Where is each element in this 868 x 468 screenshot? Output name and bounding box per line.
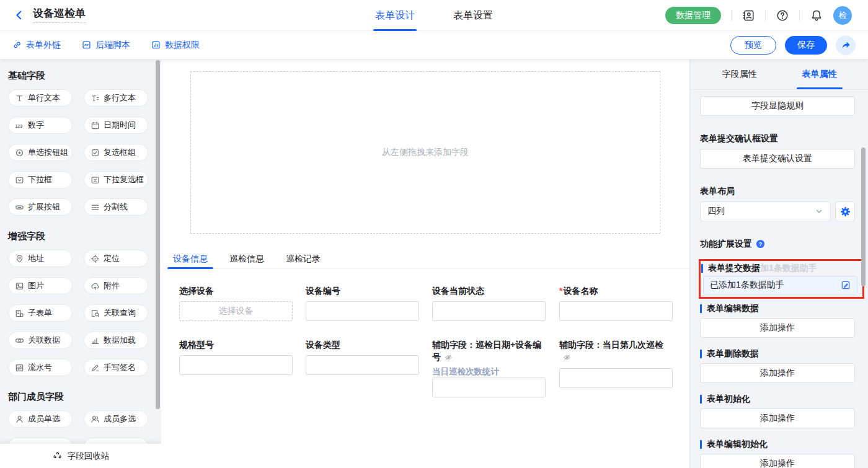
field-pill-signature[interactable]: 手写签名	[84, 359, 148, 376]
form-field-4[interactable]: 规格型号	[179, 338, 293, 375]
field-input[interactable]	[306, 355, 419, 375]
data-assistant-box[interactable]: 已添加1条数据助手	[703, 276, 857, 294]
field-pill-subform[interactable]: 子表单	[8, 304, 73, 322]
field-label: 选择设备	[179, 285, 293, 297]
toolbar-link-2[interactable]: 数据权限	[151, 40, 200, 51]
layout-gear-button[interactable]	[835, 201, 855, 221]
form-canvas: 从左侧拖拽来添加字段 设备信息巡检信息巡检记录 选择设备选择设备设备编号设备当前…	[161, 60, 690, 468]
field-pill-extend-button[interactable]: 扩展按钮	[8, 198, 73, 216]
add-action-button[interactable]: 添加操作	[700, 363, 855, 383]
form-field-0[interactable]: 选择设备选择设备	[179, 285, 293, 321]
contacts-icon[interactable]	[742, 9, 755, 22]
field-input[interactable]	[432, 377, 546, 397]
field-pill-linked-data[interactable]: 关联数据	[8, 332, 73, 349]
add-action-button[interactable]: 添加操作	[700, 318, 855, 338]
ghost-text: 加1条数据助手	[760, 263, 817, 274]
field-label: *设备名称	[559, 285, 673, 297]
chevron-down-icon	[815, 207, 823, 216]
bell-icon[interactable]	[810, 9, 823, 22]
submit-confirm-button[interactable]: 表单提交确认设置	[700, 149, 855, 169]
ext-section-label: 表单编辑初始化	[700, 438, 855, 451]
add-action-button[interactable]: 添加操作	[700, 454, 855, 468]
header-tab-form-design[interactable]: 表单设计	[375, 0, 415, 31]
form-field-3[interactable]: *设备名称	[559, 285, 673, 321]
recycle-bin-button[interactable]: 字段回收站	[0, 444, 161, 468]
field-input[interactable]: 选择设备	[179, 301, 293, 321]
form-field-5[interactable]: 设备类型	[306, 338, 419, 375]
field-pill-serial-number[interactable]: 流水号	[8, 359, 73, 376]
extension-settings-title: 功能扩展设置 ?	[700, 237, 855, 250]
field-pill-number[interactable]: 123数字	[8, 117, 73, 134]
submit-confirm-title: 表单提交确认框设置	[700, 132, 855, 144]
form-field-7[interactable]: 辅助字段：当日第几次巡检	[559, 338, 673, 388]
ext-section-1: 表单编辑数据添加操作	[700, 302, 855, 338]
layout-select[interactable]: 四列	[700, 201, 831, 221]
ext-section-2: 表单删除数据添加操作	[700, 348, 855, 383]
field-input[interactable]	[559, 368, 673, 388]
field-pill-label: 数字	[28, 120, 44, 131]
field-pill-data-load[interactable]: 数据加载	[84, 332, 148, 349]
panel-tabs: 字段属性表单属性	[691, 60, 868, 90]
sidebar-scrollbar[interactable]	[156, 60, 160, 409]
field-pill-select[interactable]: 下拉框	[8, 171, 73, 188]
field-pill-label: 地址	[28, 253, 44, 264]
help-icon[interactable]	[776, 9, 789, 22]
save-button[interactable]: 保存	[785, 36, 827, 55]
field-pill-multi-select[interactable]: 下拉复选框	[84, 171, 148, 188]
signature-icon	[91, 363, 100, 373]
form-field-2[interactable]: 设备当前状态	[432, 285, 546, 321]
field-pill-member-multi[interactable]: 成员多选	[84, 410, 148, 428]
page-title[interactable]: 设备巡检单	[33, 7, 86, 23]
form-field-1[interactable]: 设备编号	[306, 285, 419, 321]
field-pill-checkbox-group[interactable]: 复选框组	[84, 144, 148, 161]
field-pill-location[interactable]: 定位	[84, 250, 148, 267]
field-pill-divider-line[interactable]: 分割线	[84, 198, 148, 216]
divider-line-icon	[91, 203, 100, 212]
field-pill-lookup[interactable]: 关联查询	[84, 304, 148, 322]
canvas-tab-1[interactable]: 巡检信息	[224, 250, 270, 268]
field-pill-label: 手写签名	[104, 362, 136, 373]
field-pill-image[interactable]: 图片	[8, 277, 73, 294]
avatar[interactable]: 检	[833, 6, 852, 25]
field-pill-member-single[interactable]: 成员单选	[8, 410, 73, 428]
field-pill-single-line-text[interactable]: 单行文本	[8, 89, 73, 107]
panel-scrollbar[interactable]	[861, 148, 866, 286]
add-action-button[interactable]: 添加操作	[700, 408, 855, 428]
field-pill-attachment[interactable]: 附件	[84, 277, 148, 294]
data-manage-button[interactable]: 数据管理	[665, 7, 721, 24]
field-pill-datetime[interactable]: 日期时间	[84, 117, 148, 134]
required-asterisk: *	[559, 286, 562, 296]
checkbox-group-icon	[91, 148, 100, 157]
field-input[interactable]	[559, 301, 673, 321]
canvas-tab-2[interactable]: 巡检记录	[280, 250, 326, 268]
field-visibility-rules-button[interactable]: 字段显隐规则	[700, 96, 855, 116]
preview-button[interactable]: 预览	[730, 36, 776, 55]
header-tab-form-settings[interactable]: 表单设置	[453, 0, 493, 31]
field-label: 设备编号	[306, 285, 419, 297]
canvas-tab-0[interactable]: 设备信息	[167, 250, 213, 268]
field-pill-multi-line-text[interactable]: 多行文本	[84, 89, 148, 107]
panel-tab-form-props[interactable]: 表单属性	[801, 60, 838, 89]
properties-panel: 字段属性表单属性 字段显隐规则 表单提交确认框设置 表单提交确认设置 表单布局 …	[690, 60, 868, 468]
toolbar-link-0[interactable]: 表单外链	[12, 40, 61, 51]
panel-tab-field-props[interactable]: 字段属性	[721, 60, 758, 89]
field-input[interactable]	[432, 301, 546, 321]
dropzone[interactable]: 从左侧拖拽来添加字段	[190, 71, 660, 234]
radio-group-icon	[15, 148, 24, 157]
datetime-icon	[91, 121, 100, 130]
field-input[interactable]	[306, 301, 419, 321]
field-pill-label: 分割线	[104, 201, 128, 213]
question-icon[interactable]: ?	[756, 239, 765, 249]
field-pill-label: 成员多选	[104, 413, 136, 425]
field-pill-radio-group[interactable]: 单选按钮组	[8, 144, 73, 161]
field-pill-address[interactable]: 地址	[8, 250, 73, 267]
toolbar-link-1[interactable]: 后端脚本	[82, 40, 130, 51]
share-button[interactable]	[836, 35, 856, 55]
edit-icon[interactable]	[841, 280, 851, 290]
form-field-6[interactable]: 辅助字段：巡检日期+设备编号当日巡检次数统计	[432, 338, 546, 397]
back-icon[interactable]	[12, 9, 25, 22]
field-input[interactable]	[179, 355, 293, 375]
field-pill-label: 附件	[104, 280, 120, 291]
field-placeholder: 选择设备	[219, 306, 254, 317]
field-pill-label: 子表单	[28, 307, 52, 319]
